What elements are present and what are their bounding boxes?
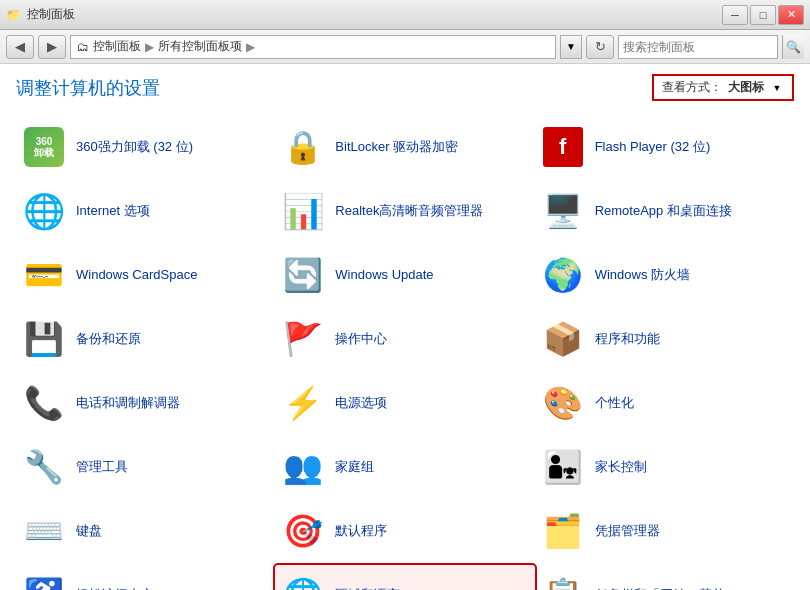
- back-button[interactable]: ◀: [6, 35, 34, 59]
- internet-icon: 🌐: [22, 189, 66, 233]
- keyboard-label: 键盘: [76, 523, 102, 540]
- firewall-label: Windows 防火墙: [595, 267, 690, 284]
- grid-item-bitlocker[interactable]: 🔒BitLocker 驱动器加密: [275, 117, 534, 177]
- grid-item-programs[interactable]: 📦程序和功能: [535, 309, 794, 369]
- power-icon: ⚡: [281, 381, 325, 425]
- personal-label: 个性化: [595, 395, 634, 412]
- folder-icon: 📁: [6, 8, 21, 22]
- title-text: 控制面板: [27, 6, 75, 23]
- manage-label: 管理工具: [76, 459, 128, 476]
- grid-item-homegroup[interactable]: 👥家庭组: [275, 437, 534, 497]
- cardspace-label: Windows CardSpace: [76, 267, 197, 284]
- view-value: 大图标: [728, 79, 764, 96]
- grid-item-flash[interactable]: fFlash Player (32 位): [535, 117, 794, 177]
- parentctl-icon: 👨‍👧: [541, 445, 585, 489]
- search-button[interactable]: 🔍: [782, 35, 804, 59]
- title-bar-left: 📁 控制面板: [6, 6, 75, 23]
- bitlocker-label: BitLocker 驱动器加密: [335, 139, 458, 156]
- dropdown-button[interactable]: ▼: [560, 35, 582, 59]
- internet-label: Internet 选项: [76, 203, 150, 220]
- taskbar-icon: 📋: [541, 573, 585, 590]
- power-label: 电源选项: [335, 395, 387, 412]
- search-box: [618, 35, 778, 59]
- breadcrumb-sep2: ▶: [246, 40, 255, 54]
- breadcrumb-sep1: ▶: [145, 40, 154, 54]
- action-label: 操作中心: [335, 331, 387, 348]
- 360-label: 360强力卸载 (32 位): [76, 139, 193, 156]
- view-label: 查看方式：: [662, 79, 722, 96]
- programs-label: 程序和功能: [595, 331, 660, 348]
- flash-label: Flash Player (32 位): [595, 139, 711, 156]
- title-bar: 📁 控制面板 ─ □ ✕: [0, 0, 810, 30]
- folder-small-icon: 🗂: [77, 40, 89, 54]
- grid-item-access[interactable]: ♿轻松访问中心: [16, 565, 275, 590]
- homegroup-label: 家庭组: [335, 459, 374, 476]
- search-icon: 🔍: [786, 40, 801, 54]
- grid-item-action[interactable]: 🚩操作中心: [275, 309, 534, 369]
- header-row: 调整计算机的设置 查看方式： 大图标 ▼: [16, 74, 794, 101]
- minimize-button[interactable]: ─: [722, 5, 748, 25]
- search-input[interactable]: [623, 40, 773, 54]
- items-grid: 360卸载360强力卸载 (32 位)🔒BitLocker 驱动器加密fFlas…: [16, 117, 794, 590]
- grid-item-taskbar[interactable]: 📋任务栏和「开始」菜单: [535, 565, 794, 590]
- grid-item-cardspace[interactable]: 💳Windows CardSpace: [16, 245, 275, 305]
- maximize-button[interactable]: □: [750, 5, 776, 25]
- grid-item-power[interactable]: ⚡电源选项: [275, 373, 534, 433]
- firewall-icon: 🌍: [541, 253, 585, 297]
- grid-item-360[interactable]: 360卸载360强力卸载 (32 位): [16, 117, 275, 177]
- dropdown-arrow-icon: ▼: [566, 41, 576, 52]
- main-area: 调整计算机的设置 查看方式： 大图标 ▼ 360卸载360强力卸载 (32 位)…: [0, 64, 810, 590]
- grid-item-realtek[interactable]: 📊Realtek高清晰音频管理器: [275, 181, 534, 241]
- backup-label: 备份和还原: [76, 331, 141, 348]
- access-icon: ♿: [22, 573, 66, 590]
- flash-icon: f: [541, 125, 585, 169]
- defaults-label: 默认程序: [335, 523, 387, 540]
- programs-icon: 📦: [541, 317, 585, 361]
- grid-item-winupdate[interactable]: 🔄Windows Update: [275, 245, 534, 305]
- content-panel: 调整计算机的设置 查看方式： 大图标 ▼ 360卸载360强力卸载 (32 位)…: [0, 64, 810, 590]
- region-icon: 🌐: [281, 573, 325, 590]
- 360-icon: 360卸载: [22, 125, 66, 169]
- grid-item-keyboard[interactable]: ⌨️键盘: [16, 501, 275, 561]
- breadcrumb[interactable]: 🗂 控制面板 ▶ 所有控制面板项 ▶: [70, 35, 556, 59]
- breadcrumb-root[interactable]: 控制面板: [93, 38, 141, 55]
- winupdate-icon: 🔄: [281, 253, 325, 297]
- realtek-icon: 📊: [281, 189, 325, 233]
- grid-item-credentials[interactable]: 🗂️凭据管理器: [535, 501, 794, 561]
- breadcrumb-current[interactable]: 所有控制面板项: [158, 38, 242, 55]
- grid-item-backup[interactable]: 💾备份和还原: [16, 309, 275, 369]
- cardspace-icon: 💳: [22, 253, 66, 297]
- realtek-label: Realtek高清晰音频管理器: [335, 203, 483, 220]
- backup-icon: 💾: [22, 317, 66, 361]
- refresh-button[interactable]: ↻: [586, 35, 614, 59]
- grid-item-parentctl[interactable]: 👨‍👧家长控制: [535, 437, 794, 497]
- phone-label: 电话和调制解调器: [76, 395, 180, 412]
- grid-item-phone[interactable]: 📞电话和调制解调器: [16, 373, 275, 433]
- defaults-icon: 🎯: [281, 509, 325, 553]
- grid-item-remoteapp[interactable]: 🖥️RemoteApp 和桌面连接: [535, 181, 794, 241]
- address-bar: ◀ ▶ 🗂 控制面板 ▶ 所有控制面板项 ▶ ▼ ↻ 🔍: [0, 30, 810, 64]
- homegroup-icon: 👥: [281, 445, 325, 489]
- keyboard-icon: ⌨️: [22, 509, 66, 553]
- page-title: 调整计算机的设置: [16, 76, 160, 100]
- grid-item-defaults[interactable]: 🎯默认程序: [275, 501, 534, 561]
- window-controls: ─ □ ✕: [722, 5, 804, 25]
- taskbar-label: 任务栏和「开始」菜单: [595, 587, 725, 590]
- remoteapp-icon: 🖥️: [541, 189, 585, 233]
- grid-item-region[interactable]: 🌐区域和语言: [275, 565, 534, 590]
- region-label: 区域和语言: [335, 587, 400, 590]
- grid-item-personal[interactable]: 🎨个性化: [535, 373, 794, 433]
- close-button[interactable]: ✕: [778, 5, 804, 25]
- bitlocker-icon: 🔒: [281, 125, 325, 169]
- grid-item-manage[interactable]: 🔧管理工具: [16, 437, 275, 497]
- action-icon: 🚩: [281, 317, 325, 361]
- winupdate-label: Windows Update: [335, 267, 433, 284]
- grid-item-firewall[interactable]: 🌍Windows 防火墙: [535, 245, 794, 305]
- view-control[interactable]: 查看方式： 大图标 ▼: [652, 74, 794, 101]
- credentials-label: 凭据管理器: [595, 523, 660, 540]
- phone-icon: 📞: [22, 381, 66, 425]
- forward-button[interactable]: ▶: [38, 35, 66, 59]
- view-dropdown-button[interactable]: ▼: [770, 81, 784, 95]
- parentctl-label: 家长控制: [595, 459, 647, 476]
- grid-item-internet[interactable]: 🌐Internet 选项: [16, 181, 275, 241]
